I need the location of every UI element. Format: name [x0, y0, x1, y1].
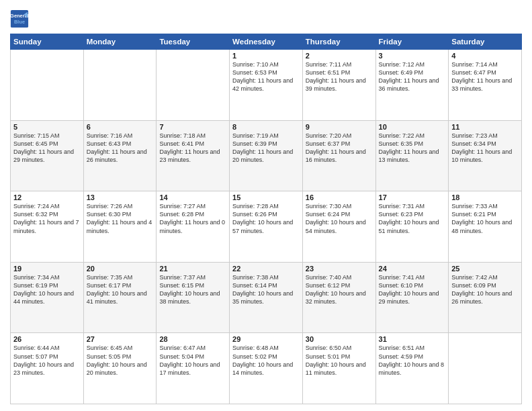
day-number: 27: [87, 335, 154, 343]
calendar-cell: 3Sunrise: 7:12 AMSunset: 6:49 PMDaylight…: [375, 50, 449, 121]
calendar-cell: 13Sunrise: 7:26 AMSunset: 6:30 PMDayligh…: [83, 191, 157, 263]
cell-info: Sunrise: 7:34 AM: [13, 273, 81, 281]
calendar-cell: 2Sunrise: 7:11 AMSunset: 6:51 PMDaylight…: [302, 50, 375, 121]
cell-info: Sunrise: 7:37 AM: [159, 273, 226, 281]
cell-info: Sunset: 6:21 PM: [451, 210, 519, 218]
calendar-week-row: 12Sunrise: 7:24 AMSunset: 6:32 PMDayligh…: [11, 191, 522, 263]
day-number: 13: [87, 193, 154, 201]
day-number: 25: [451, 265, 519, 273]
cell-info: Daylight: 10 hours and 41 minutes.: [87, 289, 154, 306]
cell-info: Daylight: 11 hours and 39 minutes.: [306, 77, 373, 93]
cell-info: Sunrise: 7:20 AM: [306, 132, 373, 140]
weekday-header-saturday: Saturday: [449, 34, 522, 50]
page: General Blue SundayMondayTuesdayWednesda…: [0, 0, 532, 411]
cell-info: Sunrise: 7:12 AM: [379, 60, 446, 68]
cell-info: Sunrise: 7:40 AM: [306, 273, 373, 281]
day-number: 11: [451, 123, 519, 131]
cell-info: Daylight: 11 hours and 20 minutes.: [232, 148, 300, 164]
cell-info: Sunset: 6:53 PM: [232, 68, 300, 77]
cell-info: Sunset: 5:01 PM: [306, 353, 373, 361]
day-number: 8: [232, 123, 300, 131]
calendar-cell: 8Sunrise: 7:19 AMSunset: 6:39 PMDaylight…: [230, 120, 303, 191]
cell-info: Daylight: 10 hours and 17 minutes.: [159, 361, 226, 377]
day-number: 23: [306, 265, 373, 273]
cell-info: Sunrise: 7:23 AM: [451, 132, 519, 140]
cell-info: Daylight: 11 hours and 0 minutes.: [159, 218, 226, 234]
cell-info: Daylight: 10 hours and 26 minutes.: [451, 289, 519, 306]
day-number: 19: [13, 265, 81, 273]
cell-info: Sunset: 6:30 PM: [87, 210, 154, 218]
calendar-cell: [11, 50, 84, 121]
calendar-cell: [157, 50, 230, 121]
header: General Blue: [10, 7, 522, 28]
cell-info: Sunset: 6:26 PM: [232, 210, 300, 218]
cell-info: Daylight: 10 hours and 54 minutes.: [306, 218, 373, 234]
calendar-cell: 30Sunrise: 6:50 AMSunset: 5:01 PMDayligh…: [302, 333, 375, 404]
cell-info: Sunrise: 7:35 AM: [87, 273, 154, 281]
cell-info: Sunset: 6:12 PM: [306, 281, 373, 289]
cell-info: Sunset: 6:24 PM: [306, 210, 373, 218]
calendar-week-row: 1Sunrise: 7:10 AMSunset: 6:53 PMDaylight…: [11, 50, 522, 121]
day-number: 3: [379, 52, 446, 60]
day-number: 15: [232, 193, 300, 201]
cell-info: Daylight: 11 hours and 23 minutes.: [159, 148, 226, 164]
calendar-cell: 22Sunrise: 7:38 AMSunset: 6:14 PMDayligh…: [230, 262, 303, 333]
cell-info: Daylight: 10 hours and 20 minutes.: [87, 361, 154, 377]
cell-info: Daylight: 11 hours and 7 minutes.: [13, 218, 81, 234]
cell-info: Sunrise: 7:42 AM: [451, 273, 519, 281]
cell-info: Sunrise: 6:47 AM: [159, 344, 226, 352]
weekday-header-thursday: Thursday: [302, 34, 375, 50]
day-number: 4: [451, 52, 519, 60]
cell-info: Sunset: 6:39 PM: [232, 140, 300, 148]
cell-info: Daylight: 11 hours and 33 minutes.: [451, 77, 519, 93]
calendar-cell: 29Sunrise: 6:48 AMSunset: 5:02 PMDayligh…: [230, 333, 303, 404]
cell-info: Sunrise: 7:27 AM: [159, 202, 226, 210]
cell-info: Sunset: 6:37 PM: [306, 140, 373, 148]
calendar-cell: 11Sunrise: 7:23 AMSunset: 6:34 PMDayligh…: [449, 120, 522, 191]
calendar-cell: 4Sunrise: 7:14 AMSunset: 6:47 PMDaylight…: [449, 50, 522, 121]
cell-info: Daylight: 11 hours and 26 minutes.: [87, 148, 154, 164]
cell-info: Daylight: 11 hours and 36 minutes.: [379, 77, 446, 93]
calendar-cell: 23Sunrise: 7:40 AMSunset: 6:12 PMDayligh…: [302, 262, 375, 333]
cell-info: Sunrise: 6:44 AM: [13, 344, 81, 352]
cell-info: Sunrise: 7:19 AM: [232, 132, 300, 140]
calendar-cell: [449, 333, 522, 404]
cell-info: Sunset: 6:34 PM: [451, 140, 519, 148]
svg-text:Blue: Blue: [14, 19, 25, 25]
cell-info: Sunrise: 7:22 AM: [379, 132, 446, 140]
day-number: 24: [379, 265, 446, 273]
day-number: 12: [13, 193, 81, 201]
cell-info: Sunset: 6:19 PM: [13, 281, 81, 289]
cell-info: Daylight: 10 hours and 14 minutes.: [232, 361, 300, 377]
cell-info: Sunset: 5:07 PM: [13, 353, 81, 361]
day-number: 26: [13, 335, 81, 343]
cell-info: Sunset: 6:47 PM: [451, 68, 519, 77]
logo-icon: General Blue: [10, 9, 29, 28]
cell-info: Sunrise: 6:48 AM: [232, 344, 300, 352]
calendar-cell: 31Sunrise: 6:51 AMSunset: 4:59 PMDayligh…: [375, 333, 449, 404]
cell-info: Daylight: 10 hours and 44 minutes.: [13, 289, 81, 306]
day-number: 17: [379, 193, 446, 201]
cell-info: Sunset: 6:28 PM: [159, 210, 226, 218]
day-number: 29: [232, 335, 300, 343]
cell-info: Sunrise: 7:18 AM: [159, 132, 226, 140]
cell-info: Daylight: 10 hours and 29 minutes.: [379, 289, 446, 306]
cell-info: Daylight: 11 hours and 42 minutes.: [232, 77, 300, 93]
cell-info: Daylight: 10 hours and 8 minutes.: [379, 361, 446, 377]
day-number: 16: [306, 193, 373, 201]
cell-info: Daylight: 10 hours and 38 minutes.: [159, 289, 226, 306]
calendar-cell: 20Sunrise: 7:35 AMSunset: 6:17 PMDayligh…: [83, 262, 157, 333]
cell-info: Sunrise: 7:26 AM: [87, 202, 154, 210]
calendar-week-row: 26Sunrise: 6:44 AMSunset: 5:07 PMDayligh…: [11, 333, 522, 404]
calendar-cell: 19Sunrise: 7:34 AMSunset: 6:19 PMDayligh…: [11, 262, 84, 333]
cell-info: Daylight: 10 hours and 57 minutes.: [232, 218, 300, 234]
cell-info: Sunset: 6:41 PM: [159, 140, 226, 148]
day-number: 28: [159, 335, 226, 343]
cell-info: Sunset: 6:10 PM: [379, 281, 446, 289]
calendar-table: SundayMondayTuesdayWednesdayThursdayFrid…: [10, 34, 522, 404]
cell-info: Sunrise: 6:51 AM: [379, 344, 446, 352]
calendar-cell: 28Sunrise: 6:47 AMSunset: 5:04 PMDayligh…: [157, 333, 230, 404]
cell-info: Daylight: 10 hours and 32 minutes.: [306, 289, 373, 306]
day-number: 20: [87, 265, 154, 273]
cell-info: Daylight: 11 hours and 4 minutes.: [87, 218, 154, 234]
